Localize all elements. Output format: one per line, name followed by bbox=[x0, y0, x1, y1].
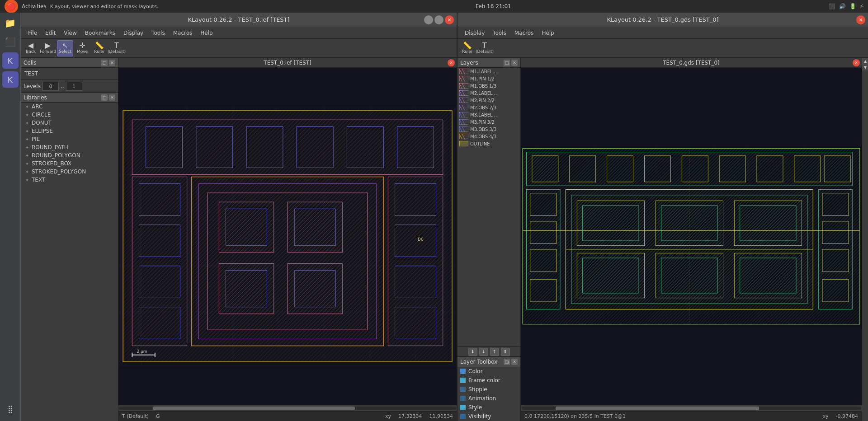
libs-panel-expand[interactable]: □ bbox=[101, 94, 108, 101]
levels-to-input[interactable] bbox=[66, 82, 82, 91]
layers-expand-btn[interactable]: □ bbox=[504, 60, 510, 66]
layer-outline[interactable]: OUTLINE bbox=[458, 140, 520, 147]
toolbox-style[interactable]: Style bbox=[458, 403, 520, 412]
lef-maximize-btn[interactable] bbox=[434, 15, 443, 24]
klayout-icon2[interactable]: K bbox=[2, 71, 19, 88]
lef-h-scroll-track[interactable] bbox=[119, 407, 456, 410]
lib-donut[interactable]: ✦ DONUT bbox=[21, 119, 118, 127]
gds-close-btn[interactable]: ✕ bbox=[856, 15, 865, 24]
toolbox-close-btn[interactable]: ✕ bbox=[511, 359, 518, 365]
lib-stroked-polygon[interactable]: ✦ STROKED_POLYGON bbox=[21, 168, 118, 176]
back-label: Back bbox=[26, 49, 36, 54]
libs-panel-close[interactable]: ✕ bbox=[109, 94, 115, 101]
lib-round-polygon-label: ROUND_POLYGON bbox=[32, 152, 80, 159]
cell-item-test[interactable]: TEST bbox=[23, 70, 116, 78]
layer-m1-obs[interactable]: M1.OBS 1/3 bbox=[458, 82, 520, 89]
toolbox-animation[interactable]: Animation bbox=[458, 394, 520, 403]
layers-close-btn[interactable]: ✕ bbox=[511, 60, 518, 66]
app-indicator[interactable]: Klayout, viewer and editor of mask layou… bbox=[50, 4, 158, 9]
lef-canvas-close-btn[interactable]: ✕ bbox=[448, 59, 455, 66]
menu-file[interactable]: File bbox=[24, 29, 41, 37]
lib-ellipse[interactable]: ✦ ELLIPSE bbox=[21, 127, 118, 135]
gds-h-scrollbar[interactable] bbox=[521, 405, 862, 411]
toolbox-visibility[interactable]: Visibility bbox=[458, 412, 520, 421]
ruler-button[interactable]: 📏 Ruler bbox=[91, 40, 108, 56]
ubuntu-logo[interactable]: 🔴 bbox=[5, 0, 18, 13]
forward-button[interactable]: ▶ Forward bbox=[40, 40, 56, 56]
lib-circle[interactable]: ✦ CIRCLE bbox=[21, 111, 118, 119]
levels-from-input[interactable] bbox=[42, 82, 59, 91]
move-icon: ✛ bbox=[79, 42, 85, 49]
layers-list: M1.LABEL .. M1.PIN 1/2 M1.OBS 1/3 M2.LAB… bbox=[458, 68, 520, 346]
gds-drawing-canvas[interactable] bbox=[521, 68, 862, 405]
gds-h-scroll-thumb[interactable] bbox=[556, 407, 759, 410]
power-icon: ⚡ bbox=[860, 3, 863, 9]
files-icon[interactable]: 📁 bbox=[2, 14, 19, 32]
move-button[interactable]: ✛ Move bbox=[74, 40, 90, 56]
layers-panel: Layers □ ✕ M1.LABEL .. M1.PIN 1/2 bbox=[458, 58, 521, 421]
gds-default-button[interactable]: T (Default) bbox=[476, 40, 493, 56]
menu-view[interactable]: View bbox=[60, 29, 80, 37]
select-button[interactable]: ↖ Select bbox=[57, 40, 73, 56]
toolbox-color[interactable]: Color bbox=[458, 367, 520, 376]
klayout-icon1[interactable]: K bbox=[2, 52, 19, 69]
layer-scroll-down-btn[interactable]: ⬇ bbox=[468, 348, 477, 356]
layer-m2-label[interactable]: M2.LABEL .. bbox=[458, 89, 520, 97]
cells-panel-expand[interactable]: □ bbox=[101, 60, 108, 66]
gds-right-scroll-bottom[interactable]: ▼ bbox=[862, 64, 868, 70]
app-sidebar: 📁 ⬛ K K ⣿ bbox=[0, 13, 21, 421]
toolbox-color-label: Color bbox=[468, 368, 482, 374]
lib-text[interactable]: ✦ TEXT bbox=[21, 176, 118, 184]
toolbox-frame-color[interactable]: Frame color bbox=[458, 376, 520, 385]
menu-help[interactable]: Help bbox=[197, 29, 216, 37]
layer-m1-pin[interactable]: M1.PIN 1/2 bbox=[458, 75, 520, 82]
lef-h-scroll-thumb[interactable] bbox=[153, 407, 354, 410]
layer-scroll-up2-btn[interactable]: ⬆ bbox=[501, 348, 510, 356]
lef-close-btn[interactable]: ✕ bbox=[445, 15, 454, 24]
grid-icon[interactable]: ⣿ bbox=[2, 400, 19, 417]
layer-m3-obs[interactable]: M3.OBS 3/3 bbox=[458, 126, 520, 133]
lib-round-path[interactable]: ✦ ROUND_PATH bbox=[21, 143, 118, 151]
layer-scroll-up-btn[interactable]: ↑ bbox=[490, 348, 499, 356]
toolbox-stipple[interactable]: Stipple bbox=[458, 385, 520, 394]
layer-m2-pin-swatch bbox=[459, 98, 468, 103]
menu-bookmarks[interactable]: Bookmarks bbox=[81, 29, 119, 37]
gds-menu-tools[interactable]: Tools bbox=[489, 29, 510, 37]
layer-m2-pin[interactable]: M2.PIN 2/2 bbox=[458, 97, 520, 104]
svg-line-81 bbox=[459, 105, 462, 110]
layer-m3-pin[interactable]: M3.PIN 3/2 bbox=[458, 118, 520, 126]
activities-label[interactable]: Activities bbox=[22, 3, 47, 9]
gds-menu-macros[interactable]: Macros bbox=[511, 29, 538, 37]
menu-tools[interactable]: Tools bbox=[148, 29, 169, 37]
lef-h-scrollbar[interactable] bbox=[118, 405, 457, 411]
menu-edit[interactable]: Edit bbox=[42, 29, 59, 37]
lef-window: KLayout 0.26.2 - TEST_0.lef [TEST] ✕ Fil… bbox=[21, 13, 458, 421]
menu-display[interactable]: Display bbox=[120, 29, 147, 37]
back-button[interactable]: ◀ Back bbox=[23, 40, 39, 56]
layer-m1-label[interactable]: M1.LABEL .. bbox=[458, 68, 520, 75]
gds-menu-display[interactable]: Display bbox=[461, 29, 488, 37]
gds-title-text: KLayout 0.26.2 - TEST_0.gds [TEST_0] bbox=[607, 16, 718, 23]
layer-m4-obs[interactable]: M4.OBS 4/3 bbox=[458, 133, 520, 140]
lef-minimize-btn[interactable] bbox=[424, 15, 433, 24]
lib-stroked-box[interactable]: ✦ STROKED_BOX bbox=[21, 159, 118, 168]
lib-pie[interactable]: ✦ PIE bbox=[21, 135, 118, 143]
gds-h-scroll-track[interactable] bbox=[522, 407, 861, 410]
gds-right-scroll-top[interactable]: ▲ bbox=[862, 58, 868, 64]
layers-panel-title: Layers bbox=[460, 60, 478, 66]
cells-panel-close[interactable]: ✕ bbox=[109, 60, 115, 66]
default-button[interactable]: T (Default) bbox=[108, 40, 125, 56]
layer-m3-label[interactable]: M3.LABEL .. bbox=[458, 111, 520, 118]
gds-menu-help[interactable]: Help bbox=[538, 29, 557, 37]
gds-canvas-close-btn[interactable]: ✕ bbox=[853, 59, 860, 66]
lib-arc[interactable]: ✦ ARC bbox=[21, 103, 118, 111]
terminal-icon[interactable]: ⬛ bbox=[2, 33, 19, 51]
lib-round-polygon[interactable]: ✦ ROUND_POLYGON bbox=[21, 151, 118, 159]
menu-macros[interactable]: Macros bbox=[170, 29, 196, 37]
gds-ruler-button[interactable]: 📏 Ruler bbox=[459, 40, 476, 56]
layer-scroll-down2-btn[interactable]: ↓ bbox=[479, 348, 488, 356]
toolbox-expand-btn[interactable]: □ bbox=[504, 359, 510, 365]
lef-drawing-canvas[interactable]: 2 µm D0 bbox=[118, 68, 457, 405]
levels-label: Levels bbox=[24, 83, 41, 89]
layer-m2-obs[interactable]: M2.OBS 2/3 bbox=[458, 104, 520, 111]
